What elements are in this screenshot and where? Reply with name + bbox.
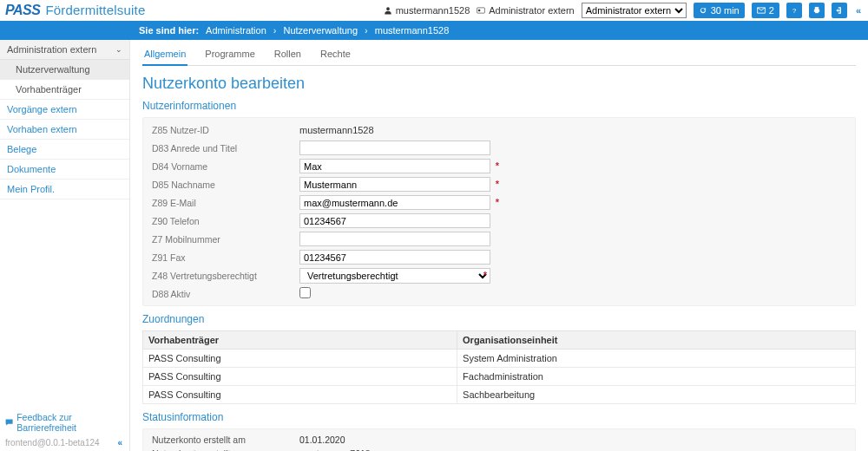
required-icon: * <box>496 197 499 207</box>
table-cell: System Administration <box>457 350 856 368</box>
status-block: Nutzerkonto erstellt am01.01.2020 Nutzer… <box>142 428 856 451</box>
input-nachname[interactable] <box>299 177 490 192</box>
status-label: Nutzerkonto erstellt am <box>152 435 299 445</box>
assign-table: Vorhabenträger Organisationseinheit PASS… <box>142 330 856 404</box>
feedback-link[interactable]: Feedback zur Barrierefreiheit <box>0 409 129 436</box>
tab-label: Rollen <box>274 49 301 59</box>
sidebar-item-vorhabentraeger[interactable]: Vorhabenträger <box>0 80 129 100</box>
required-icon: * <box>496 179 499 189</box>
label-nachname: D85 Nachname <box>152 180 299 190</box>
sidebar-link-label: Belege <box>7 144 36 154</box>
messages-button[interactable]: 2 <box>752 3 779 18</box>
collapse-sidebar-icon[interactable]: « <box>115 438 124 448</box>
label-anrede: D83 Anrede und Titel <box>152 143 299 154</box>
tab-rollen[interactable]: Rollen <box>273 45 303 65</box>
input-telefon[interactable] <box>299 213 490 228</box>
tab-label: Programme <box>205 49 254 59</box>
table-cell: Sachbearbeitung <box>457 386 856 404</box>
sidebar-link-label: Dokumente <box>7 164 56 174</box>
sidebar: Administration extern ⌄ Nutzerverwaltung… <box>0 40 130 451</box>
feedback-link-label: Feedback zur Barrierefreiheit <box>16 412 124 433</box>
input-mobil[interactable] <box>299 232 490 246</box>
input-vorname[interactable] <box>299 159 490 173</box>
tab-label: Rechte <box>320 49 351 59</box>
help-icon: ? <box>790 6 799 15</box>
current-role-label: Administrator extern <box>489 5 574 16</box>
label-fax: Z91 Fax <box>152 252 299 263</box>
current-role: Administrator extern <box>477 5 574 16</box>
input-fax[interactable] <box>299 250 490 265</box>
sidebar-link-label: Vorgänge extern <box>7 104 77 114</box>
refresh-icon <box>699 6 707 15</box>
chevron-right-icon: › <box>273 25 277 36</box>
select-vertret[interactable]: Vertretungsberechtigt <box>299 268 490 284</box>
table-cell: PASS Consulting <box>143 386 457 404</box>
session-timer-text: 30 min <box>711 5 740 16</box>
print-icon <box>812 6 821 15</box>
breadcrumb-prefix: Sie sind hier: <box>139 25 199 36</box>
sidebar-link-label: Vorhaben extern <box>7 124 77 134</box>
breadcrumb-item[interactable]: Nutzerverwaltung <box>283 25 358 36</box>
user-icon <box>384 6 392 15</box>
breadcrumb-item[interactable]: Administration <box>206 25 266 36</box>
input-anrede[interactable] <box>299 141 490 155</box>
logout-button[interactable] <box>832 3 847 18</box>
label-mobil: Z7 Mobilnummer <box>152 234 299 245</box>
tab-label: Allgemein <box>144 49 186 59</box>
sidebar-link[interactable]: Vorhaben extern <box>0 120 129 140</box>
sidebar-category-label: Administration extern <box>7 44 96 55</box>
session-timer-button[interactable]: 30 min <box>694 3 745 18</box>
section-status-title: Statusinformation <box>142 411 856 423</box>
table-cell: PASS Consulting <box>143 368 457 386</box>
chevron-down-icon: ⌄ <box>115 45 122 54</box>
required-icon: * <box>496 160 499 171</box>
role-select[interactable]: Administrator extern <box>582 3 687 18</box>
label-email: Z89 E-Mail <box>152 198 299 208</box>
table-cell: Fachadministration <box>457 368 856 386</box>
sidebar-link[interactable]: Mein Profil. <box>0 180 129 199</box>
page-title: Nutzerkonto bearbeiten <box>142 75 856 93</box>
breadcrumb: Sie sind hier: Administration › Nutzerve… <box>0 21 868 40</box>
brand-product: Fördermittelsuite <box>45 3 145 17</box>
checkbox-aktiv[interactable] <box>299 287 311 298</box>
userinfo-form: Z85 Nutzer-ID mustermann1528 D83 Anrede … <box>142 117 856 306</box>
assign-th: Organisationseinheit <box>457 331 856 350</box>
tab-allgemein[interactable]: Allgemein <box>142 45 187 66</box>
svg-point-1 <box>478 10 481 12</box>
brand: PASS Fördermittelsuite <box>5 3 146 18</box>
current-user: mustermann1528 <box>384 5 470 16</box>
sidebar-category[interactable]: Administration extern ⌄ <box>0 40 129 60</box>
mail-icon <box>757 6 766 15</box>
label-vertret: Z48 Vertretungsberechtigt <box>152 271 299 281</box>
logout-icon <box>835 6 844 15</box>
sidebar-item-label: Vorhabenträger <box>16 84 82 95</box>
sidebar-link-label: Mein Profil. <box>7 184 55 194</box>
tab-rechte[interactable]: Rechte <box>319 45 352 65</box>
status-value: 01.01.2020 <box>299 435 345 445</box>
sidebar-item-nutzerverwaltung[interactable]: Nutzerverwaltung <box>0 60 129 80</box>
section-userinfo-title: Nutzerinformationen <box>142 100 856 112</box>
tabs: Allgemein Programme Rollen Rechte <box>142 40 856 66</box>
sidebar-link[interactable]: Belege <box>0 140 129 160</box>
section-assign-title: Zuordnungen <box>142 313 856 325</box>
value-user-id: mustermann1528 <box>299 123 490 137</box>
table-row: PASS ConsultingFachadministration <box>143 368 856 386</box>
app-version: frontend@0.0.1-beta124 <box>5 438 100 448</box>
table-cell: PASS Consulting <box>143 350 457 368</box>
table-row: PASS ConsultingSachbearbeitung <box>143 386 856 404</box>
collapse-header-icon[interactable]: « <box>854 5 863 16</box>
sidebar-link[interactable]: Vorgänge extern <box>0 100 129 120</box>
current-user-name: mustermann1528 <box>396 5 470 16</box>
tab-programme[interactable]: Programme <box>203 45 256 65</box>
main-content: Allgemein Programme Rollen Rechte Nutzer… <box>130 40 868 451</box>
breadcrumb-item[interactable]: mustermann1528 <box>375 25 450 36</box>
print-button[interactable] <box>809 3 825 18</box>
label-vorname: D84 Vorname <box>152 161 299 172</box>
input-email[interactable] <box>299 195 490 210</box>
help-button[interactable]: ? <box>786 3 802 18</box>
sidebar-link[interactable]: Dokumente <box>0 160 129 180</box>
sidebar-item-label: Nutzerverwaltung <box>16 64 90 75</box>
label-telefon: Z90 Telefon <box>152 216 299 226</box>
required-icon: * <box>483 270 487 280</box>
id-icon <box>477 6 485 15</box>
